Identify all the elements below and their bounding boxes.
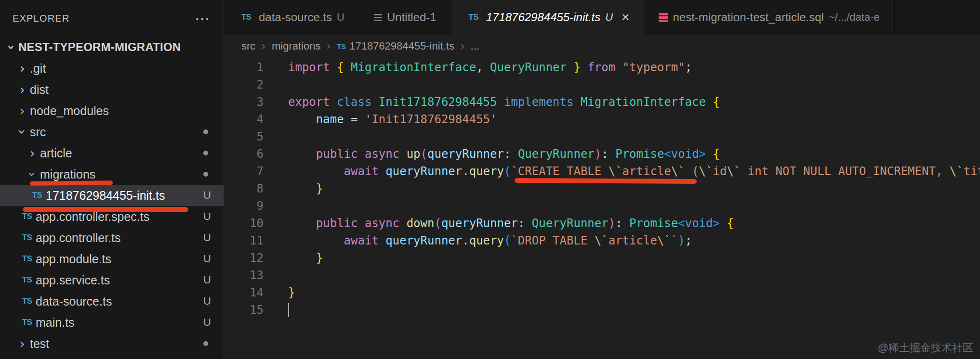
git-untracked-badge: U <box>203 295 211 308</box>
tab-1718762984455-init.ts[interactable]: TS1718762984455-init.tsU× <box>451 0 645 35</box>
code-editor[interactable]: 1import { MigrationInterface, QueryRunne… <box>224 58 980 359</box>
tree-item-label: src <box>30 125 46 139</box>
token: queryRunner <box>385 165 462 178</box>
line-number: 11 <box>224 234 264 247</box>
tree-folder-dist[interactable]: ›dist <box>0 79 224 100</box>
typescript-file-icon: TS <box>238 13 254 22</box>
line-number: 8 <box>224 182 264 195</box>
line-number: 4 <box>224 113 264 126</box>
git-untracked-badge: U <box>203 253 211 265</box>
token: implements <box>504 95 574 109</box>
tree-file-app.service.ts[interactable]: TSapp.service.tsU <box>0 269 224 291</box>
token: . <box>462 165 469 178</box>
token: > <box>699 147 706 161</box>
tree-folder-test[interactable]: ›test <box>0 333 224 354</box>
chevron-down-icon: › <box>5 40 18 54</box>
code-line[interactable]: 6 public async up(queryRunner: QueryRunn… <box>224 145 980 163</box>
token: queryRunner <box>441 217 518 230</box>
tree-folder-src[interactable]: ›src <box>0 121 224 142</box>
code-line[interactable]: 5 <box>224 128 980 145</box>
breadcrumb-item-...[interactable]: ... <box>471 40 479 52</box>
chevron-separator-icon: › <box>326 39 331 53</box>
token <box>288 165 344 178</box>
workspace-root-folder[interactable]: › NEST-TYPEORM-MIGRATION <box>0 37 224 58</box>
token <box>288 251 316 265</box>
token: await <box>344 165 379 178</box>
code-line[interactable]: 2 <box>224 76 980 93</box>
tree-file-app.controller.ts[interactable]: TSapp.controller.tsU <box>0 227 224 248</box>
breadcrumb-item-1718762984455-init.ts[interactable]: TS1718762984455-init.ts <box>337 40 454 52</box>
typescript-file-icon: TS <box>19 212 35 221</box>
token <box>615 61 622 74</box>
chevron-right-icon: › <box>26 146 39 160</box>
tab-nest-migration-test_article.sql[interactable]: nest-migration-test_article.sql~/.../dat… <box>644 0 894 35</box>
code-line[interactable]: 9 <box>224 197 980 215</box>
token: . <box>462 234 469 247</box>
token <box>379 234 385 247</box>
more-actions-icon[interactable]: ⋯ <box>195 11 210 26</box>
token: async <box>365 217 399 230</box>
token: \` <box>671 165 685 178</box>
tree-folder-article[interactable]: ›article <box>0 142 224 164</box>
typescript-file-icon: TS <box>466 13 481 22</box>
token: Promise <box>629 217 678 230</box>
tree-file-data-source.ts[interactable]: TSdata-source.tsU <box>0 291 224 312</box>
close-icon[interactable]: × <box>622 10 629 25</box>
tree-item-label: node_modules <box>30 104 109 118</box>
tab-Untitled-1[interactable]: Untitled-1 <box>359 0 451 35</box>
tree-folder-.git[interactable]: ›.git <box>0 58 224 79</box>
token <box>399 217 406 230</box>
token: query <box>469 234 504 247</box>
code-text: } <box>288 286 295 299</box>
database-file-icon <box>659 13 668 22</box>
code-line[interactable]: 1import { MigrationInterface, QueryRunne… <box>224 59 980 76</box>
breadcrumb-item-migrations[interactable]: migrations <box>272 40 320 52</box>
tree-item-label: app.controller.ts <box>36 231 121 245</box>
tree-file-main.ts[interactable]: TSmain.tsU <box>0 312 224 333</box>
token <box>720 217 727 230</box>
tree-item-label: dist <box>30 83 49 97</box>
token: MigrationInterface <box>351 61 476 74</box>
breadcrumb-label: migrations <box>272 40 320 52</box>
code-line[interactable]: 13 <box>224 267 980 284</box>
red-underline-marker-create-table <box>515 178 697 184</box>
code-line[interactable]: 4 name = 'Init1718762984455' <box>224 111 980 128</box>
code-line[interactable]: 12 } <box>224 249 980 267</box>
token <box>358 217 365 230</box>
token: import <box>288 61 330 74</box>
token: name <box>316 113 344 126</box>
token <box>706 147 713 161</box>
token: void <box>671 147 699 161</box>
code-line[interactable]: 14} <box>224 284 980 301</box>
token: ( <box>685 165 699 178</box>
code-line[interactable]: 10 public async down(queryRunner: QueryR… <box>224 215 980 232</box>
tree-item-label: article <box>40 146 72 160</box>
token: { <box>713 95 719 109</box>
text-cursor <box>288 303 289 317</box>
code-text: await queryRunner.query(`DROP TABLE \`ar… <box>288 234 692 247</box>
code-text: import { MigrationInterface, QueryRunner… <box>288 61 692 74</box>
token <box>344 61 351 74</box>
token: ; <box>685 234 692 247</box>
token: QueryRunner <box>490 61 567 74</box>
token: , <box>476 61 490 74</box>
chevron-right-icon: › <box>15 337 29 350</box>
breadcrumb-item-src[interactable]: src <box>241 40 255 52</box>
token: : <box>518 217 532 230</box>
code-line[interactable]: 7 await queryRunner.query(`CREATE TABLE … <box>224 163 980 180</box>
token: < <box>678 217 685 230</box>
tab-label: Untitled-1 <box>387 11 437 24</box>
token <box>330 61 337 74</box>
token: ) <box>609 217 615 230</box>
line-number: 3 <box>224 95 264 109</box>
tree-file-1718762984455-init.ts[interactable]: TS1718762984455-init.tsU <box>0 185 224 206</box>
tree-file-app.module.ts[interactable]: TSapp.module.tsU <box>0 248 224 269</box>
modified-dot-badge <box>203 172 208 177</box>
explorer-sidebar: EXPLORER ⋯ › NEST-TYPEORM-MIGRATION ›.gi… <box>0 0 224 359</box>
token: ) <box>678 234 685 247</box>
code-line[interactable]: 3export class Init1718762984455 implemen… <box>224 93 980 111</box>
tree-folder-node_modules[interactable]: ›node_modules <box>0 100 224 121</box>
code-line[interactable]: 11 await queryRunner.query(`DROP TABLE \… <box>224 232 980 249</box>
code-line[interactable]: 15 <box>224 301 980 319</box>
tab-data-source.ts[interactable]: TSdata-source.tsU <box>224 0 359 35</box>
